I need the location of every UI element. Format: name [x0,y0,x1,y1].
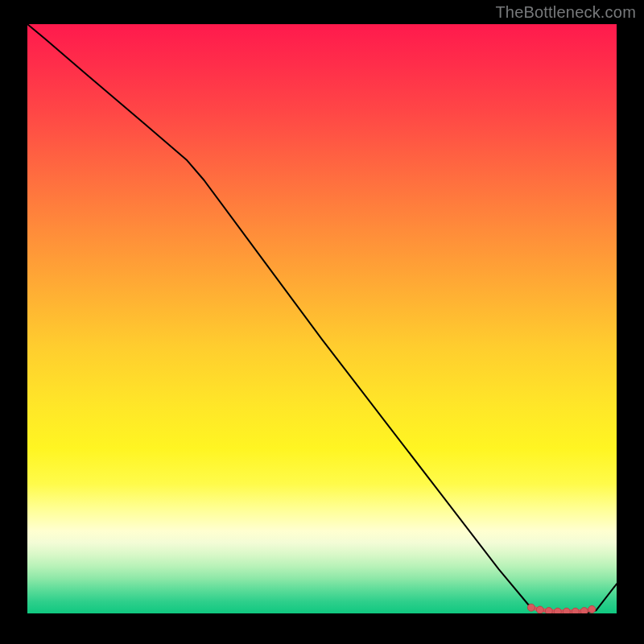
marker-group [527,604,595,613]
marker-dot [554,608,561,613]
marker-dot [580,608,588,613]
marker-dot [536,606,543,613]
chart-overlay [27,24,617,613]
marker-dot [588,605,596,613]
plot-area [27,24,617,613]
chart-container: TheBottleneck.com [0,0,644,644]
marker-dot [563,608,570,613]
marker-dot [527,604,535,611]
marker-dot [572,608,579,613]
data-line [27,24,617,613]
marker-dot [545,608,552,613]
attribution-text: TheBottleneck.com [495,3,636,22]
